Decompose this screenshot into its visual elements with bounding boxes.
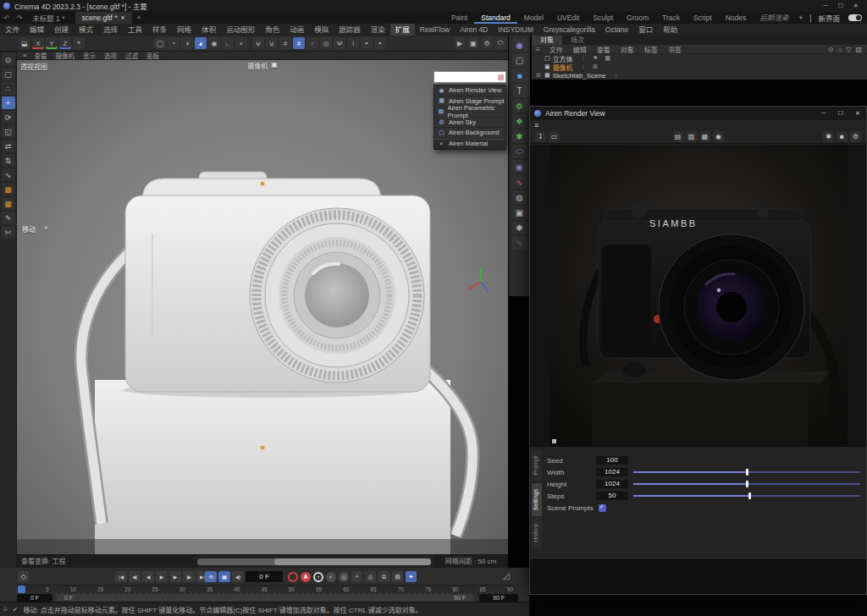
steps-slider[interactable] [633,492,860,500]
box-select-icon[interactable]: ⧉ [378,571,389,582]
render-settings-icon[interactable]: ▦ [699,131,710,142]
status-menu-icon[interactable]: ≡ [3,606,8,613]
scale-tool[interactable]: ◱ [2,125,15,138]
sphere-icon-2[interactable]: ◓ [374,37,386,49]
expander-icon[interactable]: ⊞ [536,72,542,79]
frame-rate-toggle[interactable]: ▦ [218,571,230,582]
menu-item[interactable]: 文件 [0,24,25,36]
airen-parametric-prompt-item[interactable]: ▤ Airen Parametric Prompt [434,107,505,118]
scrollbar-thumb[interactable] [274,558,431,565]
add-layout-button[interactable]: + [795,14,806,22]
brush-tool[interactable]: ∿ [2,168,15,181]
menu-item[interactable]: 创建 [49,24,74,36]
corner-axis-icon[interactable]: ∟ [222,37,234,49]
deformer-icon[interactable]: ✱ [512,129,527,143]
current-frame-field[interactable]: 0 F [246,571,283,582]
new-ui-toggle[interactable] [848,14,862,21]
text-tool-icon[interactable]: T [512,84,527,97]
scene-prompts-checkbox[interactable] [599,504,606,512]
menu-item[interactable]: 编辑 [25,24,49,36]
menu-item[interactable]: 网格 [172,24,196,36]
rect-select-tool[interactable]: ▢ [2,68,15,80]
object-manager-menu-item[interactable]: 查看 [592,45,616,54]
y-axis-lock[interactable]: Y [46,37,58,49]
object-tag-icon[interactable]: ⊞ [593,63,598,70]
hamburger-icon[interactable]: ≡ [532,46,544,53]
object-row[interactable]: ⊞ ▦ Sketchfab_Scene ⠇ [532,71,867,80]
layout-item[interactable]: Nodes [719,12,754,24]
color-palette-b[interactable]: ▦ [2,197,15,210]
home-icon[interactable]: ⌂ [837,46,842,53]
light-create-icon[interactable]: ✱ [512,221,527,234]
autokey-button[interactable]: A [301,572,311,582]
viewport-menu-item[interactable]: 面板 [142,51,163,60]
prev-key-button[interactable]: ◀| [129,571,141,582]
minimize-button[interactable]: ─ [818,3,833,9]
environment-icon[interactable]: ⬭ [512,145,527,158]
knife-tool[interactable]: ✄ [2,226,15,239]
commander-search-input[interactable] [434,71,506,83]
height-slider[interactable] [633,480,860,488]
tab-close-icon[interactable]: × [121,14,125,22]
timeline-resize-icon[interactable]: ◿ [503,571,510,580]
render-view-button[interactable]: ▶ [454,37,466,49]
hamburger-icon[interactable]: ≡ [19,52,30,59]
record-position-button[interactable]: ◐ [326,572,336,582]
snap-rotate-icon[interactable]: ◎ [365,571,376,582]
coord-system-icon[interactable]: ⌖ [73,37,85,49]
width-field[interactable]: 1024 [596,468,628,476]
maximize-button[interactable]: ☐ [833,3,848,9]
height-field[interactable]: 1024 [596,480,628,488]
keyframe-presets-button[interactable]: ● [313,572,323,582]
film-strip-icon[interactable]: ▤ [392,571,403,582]
viewport-menu-item[interactable]: 查看 [30,51,51,60]
menu-item[interactable]: Octane [600,24,633,36]
gear-icon[interactable]: ⚙ [850,131,861,142]
blank-icon[interactable]: ▫ [306,37,318,49]
layout-item[interactable]: UVEdit [550,12,586,24]
seed-field[interactable]: 100 [596,456,628,465]
viewport-menu-item[interactable]: 过滤 [121,51,142,60]
x-axis-lock[interactable]: X [32,37,44,49]
pen-tool[interactable]: ✎ [2,212,15,224]
visibility-dots-icon[interactable]: ⠇ [615,73,618,79]
menu-item[interactable]: Greyscalegorilla [538,24,600,36]
mode-icon-3[interactable]: ◑ [181,37,193,49]
menu-item[interactable]: 角色 [260,24,284,36]
gizmo-box-icon[interactable]: ⬓ [19,37,30,49]
slider-handle[interactable] [746,481,748,487]
color-swatch-icon[interactable]: ■ [837,131,848,142]
close-button[interactable]: ✕ [848,3,864,9]
goto-start-button[interactable]: |◀ [115,571,127,582]
loop-playback-toggle[interactable]: ⟲ [205,571,217,582]
grid-snap-icon[interactable]: # [293,37,305,49]
menu-item[interactable]: Airen 4D [455,24,493,36]
mode-icon-4[interactable]: ◕ [195,37,207,49]
new-tab-button[interactable]: + [132,12,146,24]
menu-item[interactable]: 样条 [147,24,172,36]
record-keyframe-button[interactable] [288,572,298,582]
filter-icon[interactable]: ▽ [846,46,851,53]
undo-icon[interactable]: ↶ [0,14,13,22]
color-palette-a[interactable]: ▦ [2,183,15,195]
airen-background-item[interactable]: ▢ Airen Background [434,128,505,139]
menu-item[interactable]: 跟踪器 [334,24,366,36]
move-tool[interactable]: + [2,96,15,109]
menu-item[interactable]: 窗口 [633,24,658,36]
layout-item[interactable]: Groom [620,12,655,24]
import-image-icon[interactable]: ↧ [535,131,546,142]
object-manager-menu-item[interactable]: 编辑 [568,45,592,54]
airen-render-view-item[interactable]: ◉ Airen Render View [434,85,505,96]
layout-item[interactable]: Standard [474,12,517,24]
menu-item[interactable]: INSYDIUM [493,24,538,36]
viewport-scrollbar[interactable] [197,558,431,565]
settings-tab[interactable]: History [532,518,542,548]
viewport-menu-item[interactable]: 摄像机 [51,51,79,60]
cloner-icon[interactable]: ❖ [512,114,527,128]
object-manager-tab[interactable]: 场次 [562,36,593,45]
maximize-button[interactable]: ☐ [832,110,849,117]
quantize-icon[interactable]: # [279,37,291,49]
layout-item[interactable]: Track [655,12,687,24]
magnet-icon[interactable]: ⊎ [252,37,264,49]
range-start-field[interactable]: 0 F [17,594,52,602]
